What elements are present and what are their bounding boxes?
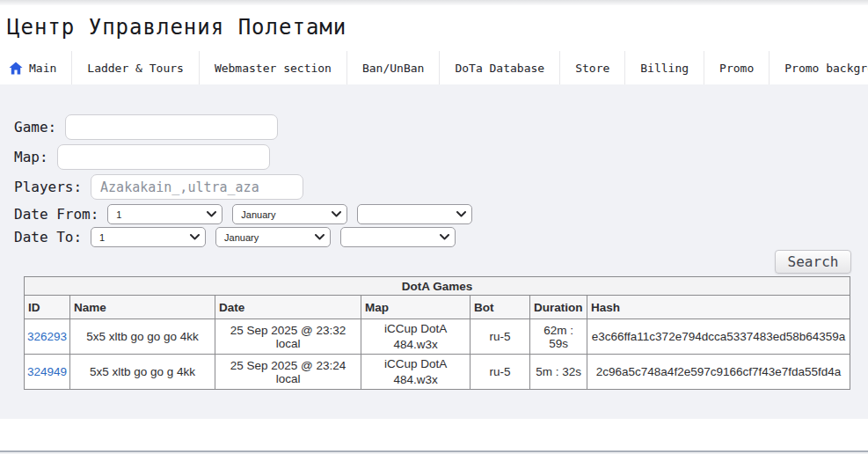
game-duration-cell: 5m : 32s — [530, 355, 587, 390]
game-name-cell: 5x5 xltb go go g 4kk — [70, 355, 215, 390]
dota-games-table: DotA Games ID Name Date Map Bot Duration… — [24, 276, 850, 390]
column-header-map: Map — [361, 296, 470, 319]
nav-tab-dota-database[interactable]: DoTa Database — [440, 51, 560, 84]
date-from-year-select[interactable] — [357, 204, 472, 224]
nav-tab-label: Ban/UnBan — [362, 62, 424, 75]
column-header-duration: Duration — [530, 296, 587, 319]
game-id-cell: 324949 — [25, 355, 70, 390]
nav-tab-ladder-tours[interactable]: Ladder & Tours — [72, 51, 200, 84]
map-input[interactable] — [57, 144, 270, 170]
search-panel: Game: Map: Players: Date From: 1 January… — [0, 84, 868, 419]
date-to-day-select[interactable]: 1 — [91, 227, 206, 247]
chevron-down-icon — [207, 211, 216, 217]
game-id-link[interactable]: 326293 — [27, 330, 67, 343]
players-input[interactable] — [91, 174, 303, 200]
selected-value: 1 — [116, 209, 121, 220]
game-date-cell: 25 Sep 2025 @ 23:32 local — [215, 319, 361, 355]
game-hash-cell: 2c96a5c748a4f2e597c9166cf7f43e7fda55fd4a — [587, 355, 850, 390]
chevron-down-icon — [190, 234, 200, 240]
selected-value: January — [224, 232, 259, 243]
game-input[interactable] — [65, 114, 278, 140]
home-icon — [9, 62, 23, 75]
page-title: Центр Управления Полетами — [7, 15, 868, 40]
date-to-row: Date To: 1 January — [14, 227, 868, 247]
map-name: iCCup DotA 484.w3x — [376, 321, 456, 353]
top-border-strip — [0, 0, 868, 5]
date-from-label: Date From: — [14, 206, 98, 223]
players-label: Players: — [14, 179, 82, 195]
game-map-cell: iCCup DotA 484.w3x — [361, 355, 470, 390]
map-row: Map: — [14, 144, 868, 170]
date-to-label: Date To: — [14, 229, 82, 245]
column-header-date: Date — [215, 296, 361, 319]
game-map-cell: iCCup DotA 484.w3x — [361, 319, 470, 355]
table-row: 326293 5x5 xltb go go go 4kk 25 Sep 2025… — [25, 319, 850, 355]
game-name-cell: 5x5 xltb go go go 4kk — [70, 319, 215, 355]
table-header-row: ID Name Date Map Bot Duration Hash — [25, 296, 850, 319]
game-duration-cell: 62m : 59s — [530, 319, 587, 355]
nav-tab-billing[interactable]: Billing — [625, 51, 704, 84]
nav-tab-webmaster-section[interactable]: Webmaster section — [200, 51, 347, 84]
search-row: Search — [14, 250, 851, 274]
date-to-year-select[interactable] — [340, 227, 456, 247]
game-label: Game: — [14, 119, 56, 135]
nav-tab-label: DoTa Database — [455, 62, 544, 75]
nav-tab-label: Main — [29, 62, 56, 75]
footer-spacer — [0, 419, 868, 450]
map-name: iCCup DotA 484.w3x — [376, 356, 456, 388]
nav-tab-label: Promo background — [784, 62, 868, 75]
game-hash-cell: e3c66ffa11c372e794dcca5337483ed58b64359a — [587, 319, 850, 355]
nav-tab-store[interactable]: Store — [560, 51, 625, 84]
nav-tab-label: Promo — [719, 62, 754, 75]
game-row: Game: — [14, 114, 868, 140]
players-row: Players: — [14, 174, 868, 200]
selected-value: January — [241, 209, 275, 220]
column-header-id: ID — [25, 296, 70, 319]
search-button[interactable]: Search — [775, 250, 851, 274]
nav-tab-ban-unban[interactable]: Ban/UnBan — [347, 51, 440, 84]
game-bot-cell: ru-5 — [470, 319, 530, 355]
game-id-cell: 326293 — [25, 319, 70, 355]
date-from-month-select[interactable]: January — [232, 204, 347, 224]
chevron-down-icon — [332, 211, 341, 217]
date-from-row: Date From: 1 January — [14, 204, 868, 224]
map-label: Map: — [14, 149, 48, 165]
date-from-day-select[interactable]: 1 — [107, 204, 222, 224]
game-date-cell: 25 Sep 2025 @ 23:24 local — [215, 355, 361, 390]
nav-tab-label: Billing — [640, 62, 689, 75]
nav-tab-label: Webmaster section — [215, 62, 332, 75]
chevron-down-icon — [315, 234, 325, 240]
column-header-hash: Hash — [587, 296, 850, 319]
table-row: 324949 5x5 xltb go go g 4kk 25 Sep 2025 … — [25, 355, 850, 390]
nav-tab-label: Ladder & Tours — [87, 62, 184, 75]
nav-tab-promo[interactable]: Promo — [704, 51, 770, 84]
column-header-name: Name — [70, 296, 215, 319]
game-bot-cell: ru-5 — [470, 355, 530, 390]
selected-value: 1 — [99, 232, 105, 243]
nav-tab-label: Store — [575, 62, 609, 75]
nav-tab-promo-background[interactable]: Promo background — [770, 51, 868, 84]
date-to-month-select[interactable]: January — [215, 227, 331, 247]
main-navbar: Main Ladder & Tours Webmaster section Ba… — [0, 51, 868, 84]
game-id-link[interactable]: 324949 — [27, 365, 67, 378]
chevron-down-icon — [440, 234, 449, 240]
table-title: DotA Games — [25, 277, 850, 296]
column-header-bot: Bot — [470, 296, 530, 319]
chevron-down-icon — [456, 211, 466, 217]
nav-tab-main[interactable]: Main — [0, 51, 72, 84]
